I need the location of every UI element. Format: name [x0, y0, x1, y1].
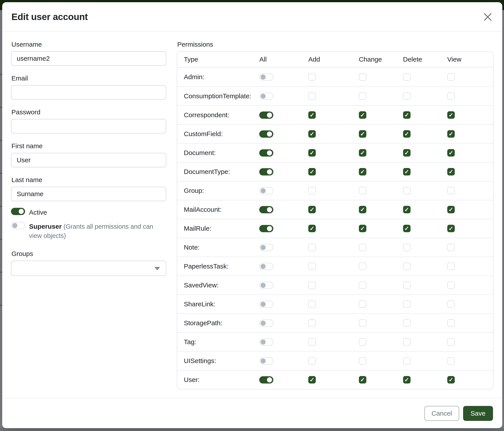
- permission-add-checkbox[interactable]: [308, 111, 316, 119]
- last-name-field[interactable]: [11, 187, 166, 201]
- permission-view-checkbox[interactable]: [447, 111, 455, 119]
- groups-select[interactable]: [11, 260, 166, 276]
- permission-view-checkbox[interactable]: [447, 262, 455, 270]
- permission-all-toggle[interactable]: [259, 130, 273, 138]
- password-field[interactable]: [11, 119, 166, 134]
- permission-delete-checkbox[interactable]: [403, 111, 411, 119]
- permission-change-checkbox[interactable]: [359, 319, 366, 327]
- permission-change-checkbox[interactable]: [359, 206, 366, 213]
- permission-view-checkbox[interactable]: [447, 92, 455, 100]
- permission-view-checkbox[interactable]: [447, 244, 455, 251]
- permission-delete-checkbox[interactable]: [403, 130, 411, 138]
- permission-change-checkbox[interactable]: [359, 357, 366, 365]
- permission-delete-checkbox[interactable]: [403, 92, 411, 100]
- permission-change-checkbox[interactable]: [359, 168, 366, 175]
- permission-delete-checkbox[interactable]: [403, 281, 411, 289]
- permission-type-label: CustomField:: [177, 130, 259, 138]
- first-name-field[interactable]: [11, 153, 166, 167]
- permission-type-label: Document:: [177, 149, 259, 157]
- permission-add-checkbox[interactable]: [308, 92, 316, 100]
- permission-view-checkbox[interactable]: [447, 168, 455, 175]
- permission-add-checkbox[interactable]: [308, 73, 316, 81]
- permission-delete-checkbox[interactable]: [403, 262, 411, 270]
- permission-change-checkbox[interactable]: [359, 111, 366, 119]
- permission-change-checkbox[interactable]: [359, 187, 366, 194]
- permission-change-checkbox[interactable]: [359, 262, 366, 270]
- permission-change-checkbox[interactable]: [359, 281, 366, 289]
- permission-change-checkbox[interactable]: [359, 73, 366, 81]
- username-field[interactable]: [11, 51, 166, 66]
- permission-view-checkbox[interactable]: [447, 338, 455, 346]
- permission-all-toggle[interactable]: [259, 73, 273, 81]
- permission-add-checkbox[interactable]: [308, 357, 316, 365]
- permission-change-checkbox[interactable]: [359, 376, 366, 384]
- permission-delete-checkbox[interactable]: [403, 149, 411, 157]
- permission-add-checkbox[interactable]: [308, 281, 316, 289]
- permission-view-checkbox[interactable]: [447, 73, 455, 81]
- permission-all-toggle[interactable]: [259, 320, 273, 327]
- permission-view-checkbox[interactable]: [447, 300, 455, 308]
- email-field[interactable]: [11, 85, 166, 100]
- superuser-toggle[interactable]: [11, 222, 25, 229]
- permission-delete-checkbox[interactable]: [403, 187, 411, 194]
- permission-view-checkbox[interactable]: [447, 376, 455, 384]
- save-button[interactable]: Save: [463, 406, 493, 421]
- permission-all-toggle[interactable]: [259, 111, 273, 119]
- permission-view-checkbox[interactable]: [447, 149, 455, 157]
- permission-all-toggle[interactable]: [259, 93, 273, 100]
- permission-delete-checkbox[interactable]: [403, 376, 411, 384]
- permission-all-toggle[interactable]: [259, 149, 273, 157]
- permission-all-toggle[interactable]: [259, 282, 273, 289]
- permission-all-toggle[interactable]: [259, 263, 273, 270]
- permission-view-checkbox[interactable]: [447, 281, 455, 289]
- active-toggle[interactable]: [11, 208, 25, 215]
- permission-view-checkbox[interactable]: [447, 319, 455, 327]
- permission-change-checkbox[interactable]: [359, 130, 366, 138]
- permission-all-toggle[interactable]: [259, 244, 273, 251]
- permission-view-checkbox[interactable]: [447, 130, 455, 138]
- permission-add-checkbox[interactable]: [308, 338, 316, 346]
- permission-view-checkbox[interactable]: [447, 206, 455, 213]
- permission-add-checkbox[interactable]: [308, 300, 316, 308]
- permission-all-toggle[interactable]: [259, 376, 273, 384]
- permission-add-checkbox[interactable]: [308, 206, 316, 213]
- permission-delete-checkbox[interactable]: [403, 300, 411, 308]
- permission-delete-checkbox[interactable]: [403, 244, 411, 251]
- permission-change-checkbox[interactable]: [359, 225, 366, 232]
- permission-delete-checkbox[interactable]: [403, 168, 411, 175]
- permission-all-toggle[interactable]: [259, 225, 273, 232]
- permission-add-checkbox[interactable]: [308, 225, 316, 232]
- permission-all-toggle[interactable]: [259, 301, 273, 308]
- permission-change-checkbox[interactable]: [359, 244, 366, 251]
- permission-add-checkbox[interactable]: [308, 187, 316, 194]
- permission-delete-checkbox[interactable]: [403, 73, 411, 81]
- permission-all-toggle[interactable]: [259, 168, 273, 175]
- permission-add-checkbox[interactable]: [308, 130, 316, 138]
- close-button[interactable]: [481, 10, 495, 24]
- permission-all-toggle[interactable]: [259, 357, 273, 365]
- permission-type-label: DocumentType:: [177, 168, 259, 175]
- permission-add-checkbox[interactable]: [308, 376, 316, 384]
- permission-view-checkbox[interactable]: [447, 225, 455, 232]
- permission-add-checkbox[interactable]: [308, 319, 316, 327]
- permission-add-checkbox[interactable]: [308, 168, 316, 175]
- permission-all-toggle[interactable]: [259, 206, 273, 213]
- permission-delete-checkbox[interactable]: [403, 206, 411, 213]
- permission-add-checkbox[interactable]: [308, 262, 316, 270]
- permission-delete-checkbox[interactable]: [403, 225, 411, 232]
- permission-add-checkbox[interactable]: [308, 244, 316, 251]
- permission-delete-checkbox[interactable]: [403, 338, 411, 346]
- permission-delete-checkbox[interactable]: [403, 357, 411, 365]
- permission-change-checkbox[interactable]: [359, 92, 366, 100]
- permission-all-toggle[interactable]: [259, 187, 273, 194]
- permission-change-checkbox[interactable]: [359, 149, 366, 157]
- cancel-button[interactable]: Cancel: [424, 406, 459, 421]
- permission-view-checkbox[interactable]: [447, 187, 455, 194]
- permission-delete-checkbox[interactable]: [403, 319, 411, 327]
- permission-add-checkbox[interactable]: [308, 149, 316, 157]
- permission-change-checkbox[interactable]: [359, 338, 366, 346]
- permission-view-checkbox[interactable]: [447, 357, 455, 365]
- email-label: Email: [11, 74, 166, 82]
- permission-all-toggle[interactable]: [259, 338, 273, 346]
- permission-change-checkbox[interactable]: [359, 300, 366, 308]
